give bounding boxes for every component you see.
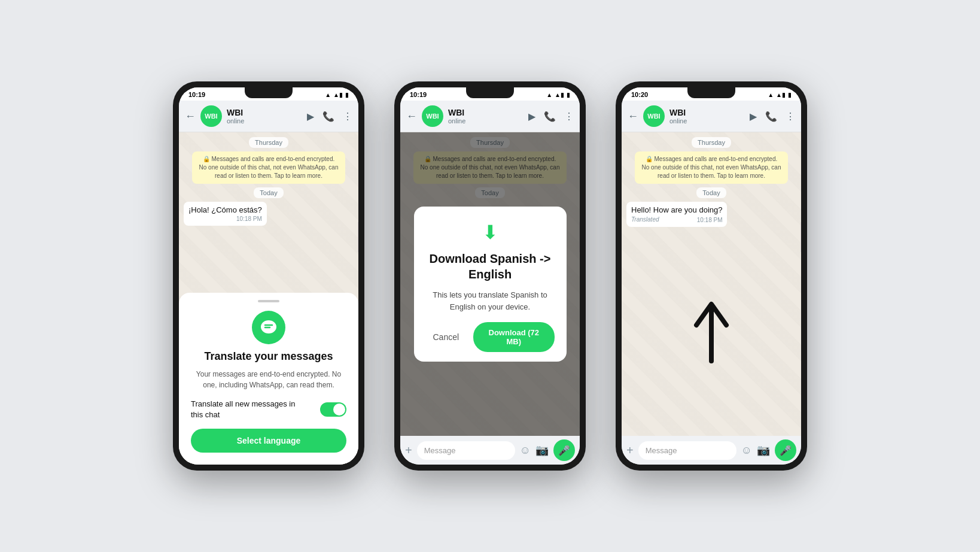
video-icon[interactable]: ▶ — [307, 111, 314, 122]
phone-3-more-icon[interactable]: ⋮ — [786, 111, 795, 122]
phone-1-header-icons: ▶ 📞 ⋮ — [307, 111, 352, 122]
wifi-icon: ▲ — [325, 92, 331, 98]
phone-2-input-field[interactable]: Message — [417, 441, 515, 460]
phone-2-emoji-icon[interactable]: ☺ — [520, 444, 531, 457]
phone-3-contact-status: online — [669, 117, 745, 125]
phone-2-avatar: WBI — [422, 105, 443, 127]
phone-icon[interactable]: 📞 — [322, 111, 334, 122]
phone-1-sheet-title: Translate your messages — [204, 350, 333, 363]
phone-1-sheet-handle — [258, 300, 279, 302]
phone-3-message-placeholder: Message — [646, 446, 677, 455]
phone-3-translated-label: Translated — [631, 216, 659, 223]
phone-3-camera-icon[interactable]: 📷 — [757, 444, 770, 457]
phone-1-status-icons: ▲ ▲▮ ▮ — [325, 92, 349, 98]
phone-2-status-icons: ▲ ▲▮ ▮ — [546, 92, 570, 98]
phone-1-toggle-label: Translate all new messages in this chat — [191, 399, 300, 420]
phone-2-contact-name: WBI — [448, 108, 524, 117]
phone-2-dialog-buttons: Cancel Download (72 MB) — [426, 322, 555, 352]
phone-2-contact-status: online — [448, 117, 524, 125]
phone-2-plus-icon[interactable]: + — [405, 444, 412, 457]
signal-icon: ▲▮ — [333, 92, 343, 98]
phone-1-system-msg: 🔒 Messages and calls are end-to-end encr… — [192, 151, 345, 184]
phone-1-back-btn[interactable]: ← — [185, 110, 196, 123]
phone-1-date-today: Today — [254, 187, 283, 198]
phone-1-notch — [245, 87, 293, 98]
phone-2-wifi-icon: ▲ — [546, 92, 552, 98]
phone-3-header-icons: ▶ 📞 ⋮ — [750, 111, 795, 122]
phone-2-more-icon[interactable]: ⋮ — [564, 111, 574, 122]
phone-3-side-btn — [801, 222, 801, 252]
phone-1-contact-status: online — [227, 117, 302, 125]
phone-2-chat-info: WBI online — [448, 108, 524, 125]
phone-3-back-btn[interactable]: ← — [628, 110, 638, 123]
phone-2-chat-header: ← WBI WBI online ▶ 📞 ⋮ — [400, 101, 580, 132]
phone-2-dialog-title: Download Spanish -> English — [426, 251, 555, 282]
phone-3-status-icons: ▲ ▲▮ ▮ — [768, 92, 792, 98]
phone-2-download-btn[interactable]: Download (72 MB) — [473, 322, 554, 352]
phone-3-msg-time: 10:18 PM — [697, 217, 723, 223]
phone-1-sheet-icon — [252, 311, 285, 344]
phone-3-wifi-icon: ▲ — [768, 92, 774, 98]
phone-2-video-icon[interactable]: ▶ — [528, 111, 535, 122]
phone-3-plus-icon[interactable]: + — [626, 444, 634, 457]
phone-3-input-field[interactable]: Message — [638, 441, 736, 460]
phone-2-time: 10:19 — [410, 91, 427, 98]
phone-2-notch — [466, 87, 514, 98]
phone-2-back-btn[interactable]: ← — [406, 110, 417, 123]
phone-3-system-msg: 🔒 Messages and calls are end-to-end encr… — [635, 151, 788, 184]
phone-1-avatar: WBI — [200, 105, 222, 127]
phone-2-camera-icon[interactable]: 📷 — [535, 444, 549, 457]
phone-1-toggle-switch[interactable] — [320, 402, 346, 417]
phone-3-inner: 10:20 ▲ ▲▮ ▮ ← WBI WBI online ▶ — [622, 87, 801, 465]
phone-1-chat-info: WBI online — [227, 108, 302, 125]
phone-2-header-icons: ▶ 📞 ⋮ — [528, 111, 574, 122]
phone-3-chat-header: ← WBI WBI online ▶ 📞 ⋮ — [622, 101, 801, 132]
phone-2: 10:19 ▲ ▲▮ ▮ ← WBI WBI online ▶ — [394, 81, 586, 471]
phone-3-emoji-icon[interactable]: ☺ — [741, 444, 752, 457]
phone-1-bottom-sheet: Translate your messages Your messages ar… — [179, 293, 358, 465]
phone-2-dialog-overlay: ⬇ Download Spanish -> English This lets … — [400, 132, 580, 436]
more-icon[interactable]: ⋮ — [343, 111, 352, 122]
phone-3: 10:20 ▲ ▲▮ ▮ ← WBI WBI online ▶ — [616, 81, 807, 471]
phone-3-message: Hello! How are you doing? Translated 10:… — [626, 202, 727, 227]
phone-2-dialog-desc: This lets you translate Spanish to Engli… — [426, 289, 555, 313]
phone-3-date-today: Today — [696, 187, 726, 198]
main-scene: 10:19 ▲ ▲▮ ▮ ← WBI WBI online ▶ — [149, 57, 831, 495]
phone-1-select-lang-btn[interactable]: Select language — [191, 429, 346, 453]
phone-3-date-thursday: Thursday — [692, 137, 731, 148]
phone-2-mic-btn[interactable]: 🎤 — [553, 439, 575, 461]
phone-1-side-btn — [358, 222, 358, 252]
arrow-up-icon — [687, 295, 735, 367]
phone-1-contact-name: WBI — [227, 108, 302, 117]
phone-3-avatar: WBI — [643, 105, 665, 127]
phone-1-date-thursday: Thursday — [249, 137, 288, 148]
phone-2-cancel-btn[interactable]: Cancel — [426, 322, 467, 352]
phone-2-chat-body: Thursday 🔒 Messages and calls are end-to… — [400, 132, 580, 436]
phone-3-contact-name: WBI — [669, 108, 745, 117]
phone-3-arrow-container — [626, 230, 796, 431]
phone-2-download-icon: ⬇ — [482, 221, 498, 244]
phone-3-notch — [687, 87, 735, 98]
phone-2-phone-icon[interactable]: 📞 — [544, 111, 556, 122]
phone-2-inner: 10:19 ▲ ▲▮ ▮ ← WBI WBI online ▶ — [400, 87, 580, 465]
phone-3-time: 10:20 — [631, 91, 648, 98]
phone-2-message-placeholder: Message — [424, 446, 456, 455]
phone-3-chat-body: Thursday 🔒 Messages and calls are end-to… — [622, 132, 801, 436]
phone-1-chat-header: ← WBI WBI online ▶ 📞 ⋮ — [179, 101, 358, 132]
phone-3-signal-icon: ▲▮ — [776, 92, 786, 98]
phone-1-time: 10:19 — [188, 91, 205, 98]
phone-2-signal-icon: ▲▮ — [555, 92, 564, 98]
phone-3-chat-info: WBI online — [669, 108, 745, 125]
phone-1-toggle-row: Translate all new messages in this chat — [191, 396, 346, 423]
battery-icon: ▮ — [345, 92, 349, 98]
phone-3-phone-icon[interactable]: 📞 — [765, 111, 777, 122]
phone-3-input-bar: + Message ☺ 📷 🎤 — [622, 436, 801, 465]
phone-3-battery-icon: ▮ — [788, 92, 792, 98]
phone-2-dialog-box: ⬇ Download Spanish -> English This lets … — [414, 207, 567, 362]
phone-3-mic-btn[interactable]: 🎤 — [775, 439, 796, 461]
phone-1-sheet-desc: Your messages are end-to-end encrypted. … — [191, 369, 346, 390]
phone-3-video-icon[interactable]: ▶ — [750, 111, 757, 122]
phone-1-inner: 10:19 ▲ ▲▮ ▮ ← WBI WBI online ▶ — [179, 87, 358, 465]
phone-1-message: ¡Hola! ¿Cómo estás? 10:18 PM — [184, 202, 267, 226]
phone-2-input-bar: + Message ☺ 📷 🎤 — [400, 436, 580, 465]
